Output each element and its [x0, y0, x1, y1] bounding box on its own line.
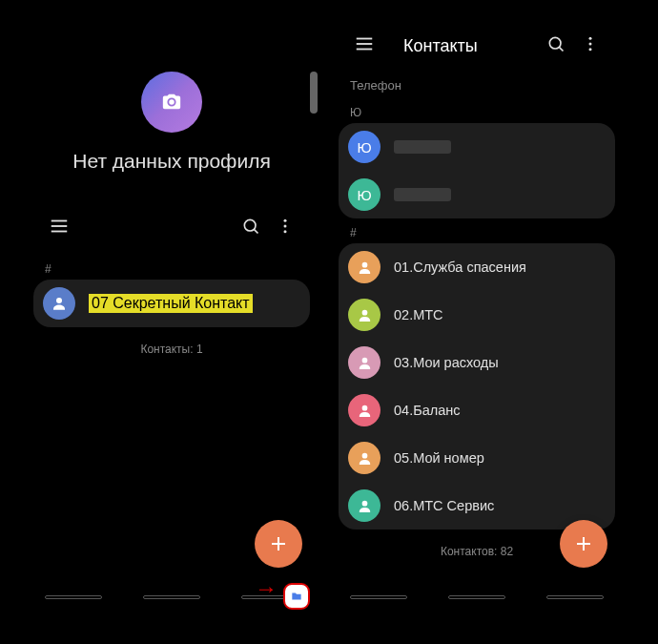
- avatar-letter: Ю: [357, 139, 371, 156]
- person-icon: [357, 498, 373, 514]
- profile-avatar[interactable]: [141, 72, 202, 133]
- contact-avatar: [348, 442, 380, 474]
- add-contact-fab[interactable]: [560, 520, 607, 568]
- contact-name: 06.МТС Сервис: [394, 498, 494, 513]
- toolbar-title: Контакты: [403, 36, 539, 56]
- contact-name-redacted: [394, 188, 451, 201]
- annotation-arrow: →: [255, 575, 278, 602]
- search-icon[interactable]: [234, 209, 268, 247]
- add-contact-fab[interactable]: [255, 520, 302, 568]
- camera-icon: [161, 92, 182, 113]
- contact-name-highlighted: 07 Секретный Контакт: [89, 294, 253, 313]
- svg-point-22: [361, 405, 367, 410]
- profile-header: Нет данных профиля: [24, 19, 319, 173]
- scroll-handle[interactable]: [310, 72, 318, 114]
- svg-point-7: [284, 230, 287, 233]
- svg-point-20: [361, 309, 367, 315]
- contact-avatar: [348, 394, 380, 426]
- person-icon: [357, 450, 373, 467]
- contact-row[interactable]: 04.Баланс: [339, 386, 615, 434]
- android-navbar: [329, 577, 625, 615]
- person-icon: [357, 260, 373, 276]
- right-screen: Контакты Телефон Ю ЮЮ # 01.Служба спасен…: [329, 19, 625, 615]
- svg-point-16: [589, 37, 592, 40]
- more-icon[interactable]: [268, 209, 302, 247]
- contact-row[interactable]: 05.Мой номер: [339, 434, 615, 482]
- contact-name: 02.МТС: [394, 307, 443, 322]
- toolbar: [24, 201, 319, 255]
- nav-back[interactable]: [546, 595, 604, 599]
- svg-point-17: [589, 43, 592, 46]
- svg-point-14: [549, 37, 561, 49]
- index-letter-u: Ю: [329, 98, 625, 123]
- nav-recent[interactable]: [350, 595, 407, 599]
- svg-point-5: [284, 219, 287, 222]
- contact-avatar: [43, 287, 75, 320]
- avatar-letter: Ю: [357, 187, 371, 203]
- secure-folder-indicator[interactable]: [283, 583, 310, 610]
- svg-point-3: [244, 219, 256, 231]
- svg-point-19: [361, 261, 367, 267]
- svg-point-18: [589, 48, 592, 51]
- nav-home[interactable]: [143, 595, 200, 599]
- nav-recent[interactable]: [45, 595, 102, 599]
- index-symbol: #: [24, 255, 319, 280]
- person-icon: [51, 295, 68, 312]
- nav-home[interactable]: [448, 595, 505, 599]
- contact-row[interactable]: 03.Мои расходы: [339, 339, 615, 386]
- more-icon[interactable]: [573, 27, 607, 65]
- contact-avatar: [348, 346, 380, 379]
- person-icon: [357, 307, 373, 323]
- contacts-count: Контакты: 1: [24, 343, 319, 356]
- contact-name: 01.Служба спасения: [394, 260, 526, 275]
- section-phone: Телефон: [329, 73, 625, 98]
- svg-point-24: [361, 500, 367, 506]
- contact-avatar: [348, 299, 380, 331]
- svg-line-15: [559, 47, 563, 51]
- contact-row[interactable]: Ю: [339, 171, 615, 218]
- menu-icon[interactable]: [41, 208, 77, 248]
- svg-line-4: [254, 229, 257, 233]
- contact-group-num: 01.Служба спасения02.МТС03.Мои расходы04…: [339, 243, 615, 530]
- contact-row[interactable]: 07 Секретный Контакт: [33, 280, 310, 327]
- contact-row[interactable]: Ю: [339, 123, 615, 171]
- contact-avatar: [348, 489, 380, 522]
- folder-icon: [290, 590, 303, 603]
- person-icon: [357, 355, 373, 371]
- contact-group: 07 Секретный Контакт: [33, 280, 310, 327]
- person-icon: [357, 403, 373, 419]
- svg-point-23: [361, 452, 367, 458]
- contact-row[interactable]: 01.Служба спасения: [339, 243, 615, 291]
- contact-name: 03.Мои расходы: [394, 355, 499, 370]
- menu-icon[interactable]: [346, 26, 382, 66]
- left-screen: Нет данных профиля # 07 Секретный Контак…: [24, 19, 319, 615]
- contact-row[interactable]: 02.МТС: [339, 291, 615, 339]
- search-icon[interactable]: [539, 27, 573, 65]
- svg-point-6: [284, 225, 287, 228]
- contact-group-u: ЮЮ: [339, 123, 615, 218]
- contact-avatar: [348, 251, 380, 283]
- contact-name: 05.Мой номер: [394, 450, 484, 466]
- contact-name: 04.Баланс: [394, 403, 461, 418]
- svg-point-8: [56, 298, 62, 303]
- contact-name-redacted: [394, 140, 451, 154]
- svg-point-21: [361, 357, 367, 363]
- contact-avatar: Ю: [348, 131, 380, 163]
- index-symbol: #: [329, 218, 625, 243]
- profile-title: Нет данных профиля: [72, 150, 271, 173]
- toolbar: Контакты: [329, 19, 625, 73]
- contact-avatar: Ю: [348, 178, 380, 211]
